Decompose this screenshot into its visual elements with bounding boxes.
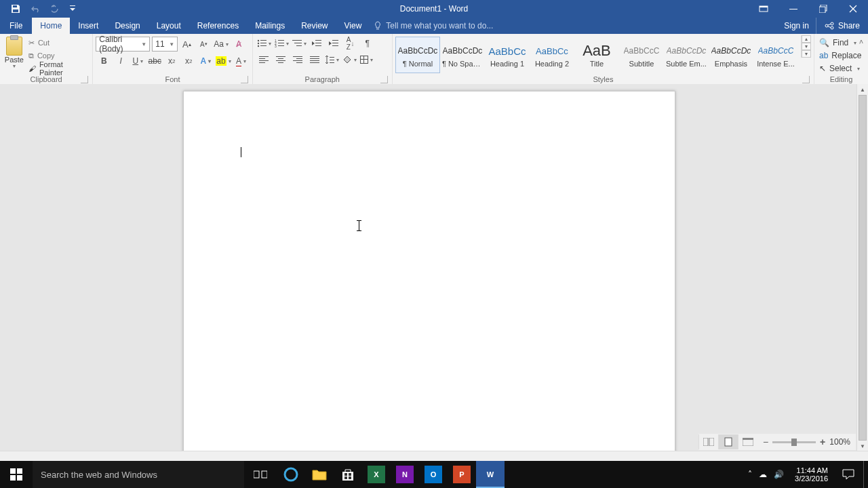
style--no-spac-[interactable]: AaBbCcDc¶ No Spac... <box>440 37 485 73</box>
show-hide-button[interactable]: ¶ <box>359 37 376 50</box>
tray-onedrive-icon[interactable]: ☁ <box>759 470 767 479</box>
paragraph-dialog-launcher[interactable] <box>380 76 388 83</box>
minimize-button[interactable] <box>778 0 808 18</box>
web-layout-button[interactable] <box>738 434 757 449</box>
taskbar-powerpoint[interactable]: P <box>448 461 476 488</box>
underline-button[interactable]: U▾ <box>130 54 146 68</box>
styles-row-up-button[interactable]: ▴ <box>802 35 811 43</box>
style--normal[interactable]: AaBbCcDc¶ Normal <box>395 37 440 73</box>
find-button[interactable]: 🔍Find▾ <box>817 37 863 49</box>
shading-button[interactable]: ▾ <box>341 53 358 66</box>
styles-dialog-launcher[interactable] <box>802 76 810 83</box>
redo-button[interactable] <box>46 0 66 18</box>
scroll-thumb[interactable] <box>859 95 867 441</box>
justify-button[interactable] <box>307 53 323 66</box>
align-left-button[interactable] <box>256 53 272 66</box>
start-button[interactable] <box>0 461 33 488</box>
share-button[interactable]: Share <box>816 18 868 34</box>
taskbar-store[interactable] <box>334 461 362 488</box>
grow-font-button[interactable]: A▴ <box>178 37 195 51</box>
font-dialog-launcher[interactable] <box>241 76 248 83</box>
taskbar-clock[interactable]: 11:44 AM 3/23/2016 <box>789 466 833 483</box>
taskbar-word[interactable]: W <box>476 461 505 488</box>
task-view-button[interactable] <box>244 461 277 488</box>
decrease-indent-button[interactable] <box>309 37 325 50</box>
style-subtle-em-[interactable]: AaBbCcDcSubtle Em... <box>664 37 709 73</box>
shrink-font-button[interactable]: A▾ <box>195 37 212 51</box>
scroll-up-button[interactable]: ▲ <box>857 84 868 95</box>
close-button[interactable] <box>838 0 868 18</box>
styles-expand-button[interactable]: ▾ <box>802 50 811 58</box>
restore-button[interactable] <box>808 0 838 18</box>
style-heading-2[interactable]: AaBbCcHeading 2 <box>530 37 574 73</box>
vertical-scrollbar[interactable]: ▲ ▼ <box>856 84 868 451</box>
select-button[interactable]: ↖Select▾ <box>817 62 863 75</box>
align-right-button[interactable] <box>290 53 306 66</box>
zoom-in-button[interactable]: + <box>820 436 825 447</box>
tab-file[interactable]: File <box>0 18 32 34</box>
undo-button[interactable] <box>26 0 46 18</box>
style-subtitle[interactable]: AaBbCcCSubtitle <box>619 37 664 73</box>
sort-button[interactable]: AZ↓ <box>342 37 359 50</box>
bold-button[interactable]: B <box>96 54 112 68</box>
tray-volume-icon[interactable]: 🔊 <box>774 470 784 479</box>
ribbon-display-options-button[interactable] <box>749 0 778 18</box>
style-intense-e-[interactable]: AaBbCcCIntense E... <box>753 37 798 73</box>
increase-indent-button[interactable] <box>326 37 342 50</box>
tab-references[interactable]: References <box>189 18 247 34</box>
paste-button[interactable]: Paste ▼ <box>3 35 26 68</box>
tab-view[interactable]: View <box>336 18 370 34</box>
align-center-button[interactable] <box>273 53 289 66</box>
tray-chevron-icon[interactable]: ˄ <box>748 470 752 479</box>
subscript-button[interactable]: x2 <box>163 54 180 68</box>
tab-review[interactable]: Review <box>293 18 336 34</box>
clear-formatting-button[interactable]: A̷ <box>231 37 247 51</box>
taskbar-edge[interactable] <box>277 461 305 488</box>
show-desktop-button[interactable] <box>863 461 868 488</box>
read-mode-button[interactable] <box>698 434 718 449</box>
font-name-select[interactable]: Calibri (Body)▼ <box>96 37 150 52</box>
tab-mailings[interactable]: Mailings <box>247 18 293 34</box>
bullets-button[interactable]: ▾ <box>256 37 273 50</box>
qat-customize-button[interactable] <box>66 0 79 18</box>
tell-me-search[interactable]: Tell me what you want to do... <box>370 18 493 34</box>
format-painter-button[interactable]: 🖌Format Painter <box>27 62 90 75</box>
change-case-button[interactable]: Aa▾ <box>212 37 230 51</box>
zoom-out-button[interactable]: − <box>763 436 768 447</box>
taskbar-outlook[interactable]: O <box>419 461 448 488</box>
taskbar-search[interactable]: Search the web and Windows <box>33 461 244 488</box>
tab-layout[interactable]: Layout <box>149 18 189 34</box>
scroll-down-button[interactable]: ▼ <box>857 441 868 451</box>
zoom-level[interactable]: 100% <box>829 437 850 447</box>
italic-button[interactable]: I <box>113 54 129 68</box>
styles-row-down-button[interactable]: ▾ <box>802 43 811 50</box>
font-color-button[interactable]: A▾ <box>233 54 250 68</box>
taskbar-onenote[interactable]: N <box>391 461 419 488</box>
zoom-slider[interactable] <box>772 441 816 443</box>
clipboard-dialog-launcher[interactable] <box>81 76 88 83</box>
style-emphasis[interactable]: AaBbCcDcEmphasis <box>709 37 753 73</box>
cut-button[interactable]: ✂Cut <box>27 37 90 49</box>
sign-in-link[interactable]: Sign in <box>777 18 816 34</box>
style-title[interactable]: AaBTitle <box>574 37 619 73</box>
taskbar-excel[interactable]: X <box>362 461 391 488</box>
font-size-select[interactable]: 11▼ <box>152 37 178 52</box>
tab-insert[interactable]: Insert <box>70 18 106 34</box>
numbering-button[interactable]: 123▾ <box>273 37 290 50</box>
strikethrough-button[interactable]: abc <box>146 54 163 68</box>
save-button[interactable] <box>5 0 26 18</box>
system-tray[interactable]: ˄ ☁ 🔊 <box>743 470 789 479</box>
taskbar-file-explorer[interactable] <box>305 461 334 488</box>
line-spacing-button[interactable]: ▾ <box>323 53 340 66</box>
multilevel-list-button[interactable]: ▾ <box>291 37 308 50</box>
page[interactable] <box>183 91 675 469</box>
print-layout-button[interactable] <box>718 434 738 449</box>
tab-design[interactable]: Design <box>106 18 148 34</box>
tab-home[interactable]: Home <box>32 18 70 34</box>
replace-button[interactable]: abReplace <box>817 49 863 62</box>
action-center-button[interactable] <box>833 461 863 488</box>
text-effects-button[interactable]: A▾ <box>197 54 214 68</box>
style-heading-1[interactable]: AaBbCcHeading 1 <box>485 37 530 73</box>
highlight-button[interactable]: ab▾ <box>214 54 232 68</box>
borders-button[interactable]: ▾ <box>359 53 375 66</box>
